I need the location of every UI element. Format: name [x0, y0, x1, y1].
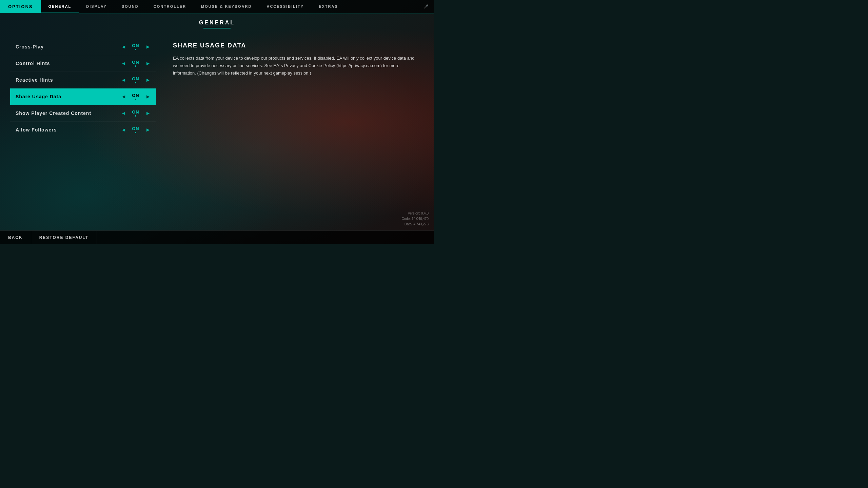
setting-label-control-hints: Control Hints: [16, 61, 121, 66]
nav-item-controller[interactable]: CONTROLLER: [146, 0, 194, 13]
arrow-right-control-hints[interactable]: ▶: [145, 61, 151, 66]
nav-item-accessibility[interactable]: ACCESSIBILITY: [259, 0, 311, 13]
nav-item-extras[interactable]: EXTRAS: [311, 0, 346, 13]
setting-label-reactive-hints: Reactive Hints: [16, 77, 121, 83]
setting-label-allow-followers: Allow Followers: [16, 127, 121, 133]
value-dots-allow-followers: [135, 132, 136, 133]
value-dots-show-player-created-content: [135, 115, 136, 117]
topbar-nav: GENERAL DISPLAY SOUND CONTROLLER MOUSE &…: [41, 0, 418, 13]
nav-item-mouse-keyboard[interactable]: MOUSE & KEYBOARD: [194, 0, 259, 13]
setting-row-reactive-hints[interactable]: Reactive Hints ◀ ON ▶: [10, 72, 156, 88]
value-text-cross-play: ON: [132, 43, 139, 48]
version-line3: Data: 4,743,273: [401, 222, 429, 227]
bottombar: BACK RESTORE DEFAULT: [0, 230, 434, 244]
setting-row-show-player-created-content[interactable]: Show Player Created Content ◀ ON ▶: [10, 105, 156, 122]
value-text-show-player-created-content: ON: [132, 110, 139, 114]
value-dots-share-usage-data: [135, 99, 136, 100]
value-display-reactive-hints: ON: [130, 77, 142, 83]
arrow-left-reactive-hints[interactable]: ◀: [121, 78, 126, 82]
arrow-left-control-hints[interactable]: ◀: [121, 61, 126, 66]
setting-row-allow-followers[interactable]: Allow Followers ◀ ON ▶: [10, 122, 156, 138]
value-display-allow-followers: ON: [130, 126, 142, 133]
value-dots-reactive-hints: [135, 82, 136, 83]
nav-item-general[interactable]: GENERAL: [41, 0, 79, 13]
page-title: GENERAL: [0, 20, 434, 26]
page-title-underline: [203, 28, 231, 28]
value-display-cross-play: ON: [130, 43, 142, 50]
setting-label-share-usage-data: Share Usage Data: [16, 94, 121, 99]
value-display-control-hints: ON: [130, 60, 142, 67]
options-label[interactable]: OPTIONS: [0, 0, 41, 13]
setting-control-cross-play: ◀ ON ▶: [121, 43, 151, 50]
info-panel-title: SHARE USAGE DATA: [173, 42, 417, 49]
topbar-right: 🎤: [418, 0, 434, 13]
nav-item-sound[interactable]: SOUND: [114, 0, 146, 13]
value-display-share-usage-data: ON: [130, 93, 142, 100]
arrow-right-allow-followers[interactable]: ▶: [145, 127, 151, 132]
value-display-show-player-created-content: ON: [130, 110, 142, 117]
value-dots-control-hints: [135, 65, 136, 67]
info-panel-text: EA collects data from your device to dev…: [173, 55, 417, 77]
value-text-reactive-hints: ON: [132, 77, 139, 81]
version-line1: Version: 0.4.0: [401, 211, 429, 216]
setting-control-share-usage-data: ◀ ON ▶: [121, 93, 151, 100]
arrow-left-show-player-created-content[interactable]: ◀: [121, 111, 126, 116]
restore-default-button[interactable]: RESTORE DEFAULT: [31, 231, 97, 244]
setting-row-cross-play[interactable]: Cross-Play ◀ ON ▶: [10, 39, 156, 55]
value-text-share-usage-data: ON: [132, 93, 139, 98]
setting-label-show-player-created-content: Show Player Created Content: [16, 110, 121, 116]
page-title-section: GENERAL: [0, 14, 434, 32]
setting-control-show-player-created-content: ◀ ON ▶: [121, 110, 151, 117]
value-text-allow-followers: ON: [132, 126, 139, 131]
arrow-right-share-usage-data[interactable]: ▶: [145, 94, 151, 99]
back-button[interactable]: BACK: [0, 231, 31, 244]
topbar: OPTIONS GENERAL DISPLAY SOUND CONTROLLER…: [0, 0, 434, 14]
nav-item-display[interactable]: DISPLAY: [79, 0, 114, 13]
setting-label-cross-play: Cross-Play: [16, 44, 121, 49]
main-content: Cross-Play ◀ ON ▶ Control Hints ◀ ON: [0, 32, 434, 138]
setting-row-share-usage-data[interactable]: Share Usage Data ◀ ON ▶: [10, 88, 156, 105]
settings-list: Cross-Play ◀ ON ▶ Control Hints ◀ ON: [10, 39, 156, 138]
arrow-right-reactive-hints[interactable]: ▶: [145, 78, 151, 82]
setting-row-control-hints[interactable]: Control Hints ◀ ON ▶: [10, 55, 156, 72]
setting-control-allow-followers: ◀ ON ▶: [121, 126, 151, 133]
value-dots-cross-play: [135, 49, 136, 50]
arrow-left-allow-followers[interactable]: ◀: [121, 127, 126, 132]
arrow-right-show-player-created-content[interactable]: ▶: [145, 111, 151, 116]
value-text-control-hints: ON: [132, 60, 139, 64]
version-info: Version: 0.4.0 Code: 14,046,470 Data: 4,…: [401, 211, 429, 227]
arrow-right-cross-play[interactable]: ▶: [145, 44, 151, 49]
version-line2: Code: 14,046,470: [401, 216, 429, 222]
setting-control-control-hints: ◀ ON ▶: [121, 60, 151, 67]
setting-control-reactive-hints: ◀ ON ▶: [121, 77, 151, 83]
arrow-left-cross-play[interactable]: ◀: [121, 44, 126, 49]
arrow-left-share-usage-data[interactable]: ◀: [121, 94, 126, 99]
info-panel: SHARE USAGE DATA EA collects data from y…: [166, 39, 424, 138]
microphone-icon: 🎤: [424, 4, 429, 9]
